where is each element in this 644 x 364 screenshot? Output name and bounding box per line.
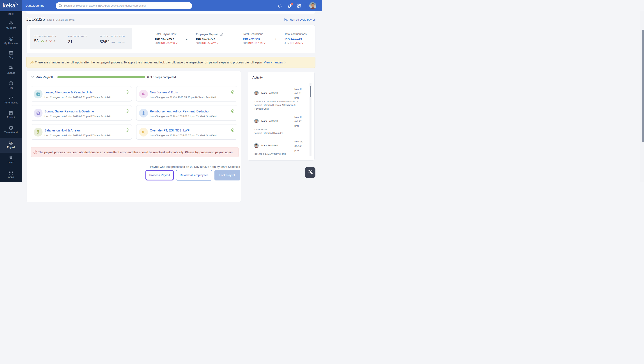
- svg-text:$: $: [10, 38, 12, 40]
- svg-text:$: $: [10, 141, 12, 144]
